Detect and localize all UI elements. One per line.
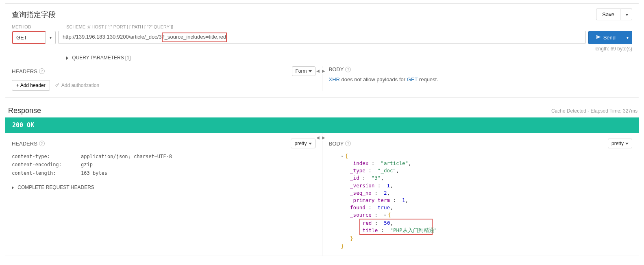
caret-right-icon — [12, 186, 14, 189]
key-icon — [55, 83, 60, 88]
send-icon — [596, 35, 601, 41]
caret-right-icon — [66, 56, 68, 60]
headers-view-select[interactable]: Form — [292, 66, 315, 76]
add-header-button[interactable]: + Add header — [12, 80, 50, 91]
json-collapse-icon[interactable]: ▾ — [341, 154, 344, 159]
send-dropdown-button[interactable]: ▾ — [623, 31, 632, 44]
response-body-view-select[interactable]: pretty — [608, 139, 632, 148]
help-icon[interactable]: ? — [345, 67, 351, 72]
help-icon[interactable]: ? — [345, 141, 351, 146]
request-body-info: XHR does not allow payloads for GET requ… — [329, 76, 633, 83]
request-headers-title: HEADERS ? — [12, 68, 45, 74]
url-label: SCHEME :// HOST [ ":" PORT ] [ PATH [ "?… — [66, 24, 632, 29]
json-collapse-icon[interactable]: ▾ — [384, 213, 386, 217]
url-input[interactable]: http://139.196.183.130:9200/article/_doc… — [58, 31, 586, 44]
request-body-title: BODY ? — [329, 66, 351, 72]
collapse-left-icon[interactable]: ◀ — [315, 135, 320, 141]
method-label: METHOD — [12, 24, 65, 29]
response-headers-list: content-type:application/json; charset=U… — [12, 152, 315, 177]
request-panel: 查询指定字段 Save METHOD SCHEME :// HOST [ ":"… — [5, 3, 639, 98]
method-value: GET — [12, 31, 46, 44]
page-title: 查询指定字段 — [12, 10, 56, 20]
response-meta: Cache Detected - Elapsed Time: 327ms — [551, 108, 637, 114]
url-length-text: length: 69 byte(s) — [12, 46, 632, 52]
response-title: Response — [8, 106, 41, 115]
response-status-bar: 200 OK — [5, 117, 639, 133]
collapse-left-icon[interactable]: ◀ — [315, 68, 320, 74]
url-text: http://139.196.183.130:9200/article/_doc… — [63, 34, 226, 40]
help-icon[interactable]: ? — [39, 68, 45, 74]
query-parameters-toggle[interactable]: QUERY PARAMETERS [1] — [66, 55, 632, 61]
response-headers-title: HEADERS ? — [12, 141, 45, 147]
response-json-body: ▾{ _index : "article", _type : "_doc", _… — [341, 152, 633, 250]
collapse-right-icon[interactable]: ▶ — [321, 68, 326, 74]
send-button[interactable]: Send — [588, 31, 623, 44]
response-headers-view-select[interactable]: pretty — [291, 139, 315, 148]
collapse-right-icon[interactable]: ▶ — [321, 135, 326, 141]
help-icon[interactable]: ? — [39, 141, 45, 146]
json-highlight-annotation: red : 50, title : "PHP从入门到精通" — [359, 219, 433, 235]
save-dropdown-button[interactable] — [620, 9, 632, 20]
save-button[interactable]: Save — [596, 9, 620, 20]
method-caret-icon[interactable]: ▾ — [46, 31, 55, 44]
add-authorization-link[interactable]: Add authorization — [55, 83, 99, 88]
method-select[interactable]: GET ▾ — [12, 31, 56, 44]
response-body-title: BODY ? — [329, 141, 351, 147]
complete-request-headers-toggle[interactable]: COMPLETE REQUEST HEADERS — [12, 185, 315, 190]
